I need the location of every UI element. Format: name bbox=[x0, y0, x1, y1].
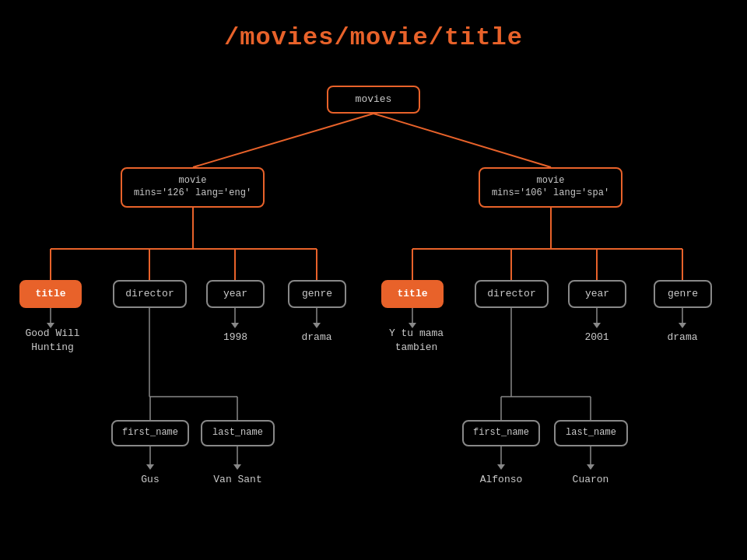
value-genre-right: drama bbox=[656, 331, 709, 345]
connector-lines bbox=[0, 0, 747, 560]
svg-marker-23 bbox=[593, 323, 601, 328]
svg-marker-41 bbox=[497, 464, 505, 470]
node-title-left: title bbox=[19, 280, 82, 308]
value-year-left: 1998 bbox=[210, 331, 261, 345]
node-first-name-right: first_name bbox=[462, 420, 540, 446]
value-year-right: 2001 bbox=[570, 331, 623, 345]
node-genre-right: genre bbox=[654, 280, 712, 308]
node-first-name-left: first_name bbox=[111, 420, 189, 446]
value-title-left: Good Will Hunting bbox=[19, 327, 86, 355]
value-first-name-right: Alfonso bbox=[474, 473, 528, 487]
node-director-left: director bbox=[113, 280, 187, 308]
node-last-name-left: last_name bbox=[201, 420, 275, 446]
diagram: /movies/movie/title movies movie mins='1… bbox=[0, 0, 747, 560]
value-genre-left: drama bbox=[289, 331, 344, 345]
svg-marker-32 bbox=[146, 464, 154, 470]
node-director-right: director bbox=[475, 280, 549, 308]
svg-line-0 bbox=[193, 114, 374, 167]
node-genre-left: genre bbox=[288, 280, 346, 308]
node-movies: movies bbox=[327, 86, 420, 114]
svg-marker-43 bbox=[587, 464, 594, 470]
node-movie-left: movie mins='126' lang='eng' bbox=[121, 167, 265, 208]
svg-marker-34 bbox=[233, 464, 241, 470]
value-first-name-left: Gus bbox=[123, 473, 177, 487]
value-title-right: Y tu mama tambien bbox=[381, 327, 451, 355]
svg-marker-17 bbox=[231, 323, 239, 328]
value-last-name-left: Van Sant bbox=[205, 473, 271, 487]
node-movie-right: movie mins='106' lang='spa' bbox=[479, 167, 622, 208]
svg-marker-19 bbox=[313, 323, 321, 328]
value-last-name-right: Cuaron bbox=[562, 473, 619, 487]
node-year-left: year bbox=[206, 280, 265, 308]
node-title-right: title bbox=[381, 280, 444, 308]
svg-marker-25 bbox=[679, 323, 686, 328]
page-title: /movies/movie/title bbox=[0, 23, 747, 52]
svg-line-1 bbox=[374, 114, 551, 167]
node-year-right: year bbox=[568, 280, 626, 308]
node-last-name-right: last_name bbox=[554, 420, 628, 446]
